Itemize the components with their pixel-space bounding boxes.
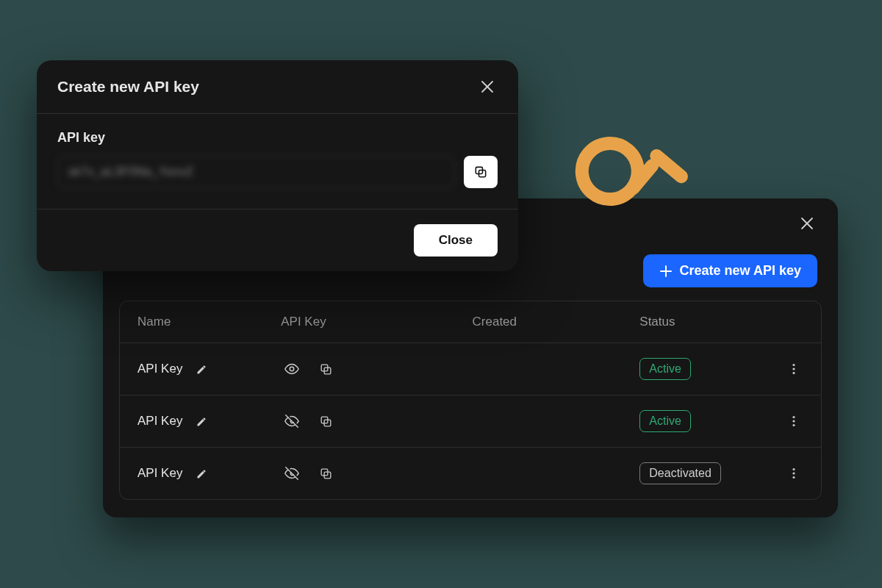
edit-icon[interactable] — [193, 412, 211, 431]
column-header-key: API Key — [281, 315, 472, 329]
svg-point-14 — [792, 424, 795, 426]
create-api-key-dialog: Create new API key API key sk7v_aL3F0Na_… — [37, 60, 518, 271]
svg-point-17 — [792, 468, 795, 470]
copy-icon[interactable] — [316, 464, 336, 484]
svg-rect-22 — [648, 146, 691, 186]
key-name: API Key — [137, 362, 182, 376]
svg-point-8 — [792, 368, 795, 370]
api-key-field-label: API key — [57, 130, 498, 146]
create-new-api-key-button[interactable]: Create new API key — [643, 254, 817, 287]
svg-point-13 — [792, 420, 795, 422]
eye-icon[interactable] — [281, 358, 303, 380]
more-icon[interactable] — [784, 412, 803, 431]
table-row: API Key Active — [120, 343, 821, 395]
key-name: API Key — [137, 414, 182, 429]
svg-point-12 — [792, 416, 795, 418]
copy-icon[interactable] — [316, 359, 336, 379]
copy-button[interactable] — [464, 156, 498, 188]
svg-point-7 — [792, 364, 795, 366]
column-header-created: Created — [473, 315, 640, 329]
create-button-label: Create new API key — [680, 263, 801, 279]
status-badge: Active — [639, 358, 691, 380]
close-icon[interactable] — [477, 76, 498, 97]
edit-icon[interactable] — [193, 465, 211, 483]
eye-off-icon[interactable] — [281, 462, 303, 484]
status-badge: Active — [639, 410, 691, 432]
svg-point-9 — [792, 372, 795, 374]
api-keys-table: Name API Key Created Status API Key — [119, 301, 822, 500]
column-header-status: Status — [639, 315, 759, 329]
eye-off-icon[interactable] — [281, 410, 303, 432]
close-button[interactable]: Close — [414, 224, 498, 257]
table-header-row: Name API Key Created Status — [120, 301, 821, 343]
svg-point-18 — [792, 472, 795, 474]
api-key-value[interactable]: sk7v_aL3F0Na_YonvZ — [57, 156, 455, 188]
key-name: API Key — [137, 466, 182, 481]
dialog-title: Create new API key — [57, 78, 199, 96]
table-row: API Key Deactivated — [120, 447, 821, 499]
more-icon[interactable] — [784, 464, 803, 483]
svg-point-4 — [290, 367, 294, 371]
more-icon[interactable] — [784, 359, 803, 379]
copy-icon[interactable] — [316, 412, 336, 431]
edit-icon[interactable] — [193, 360, 211, 379]
close-icon[interactable] — [797, 213, 817, 234]
svg-point-19 — [792, 476, 795, 478]
table-row: API Key Active — [120, 395, 821, 447]
status-badge: Deactivated — [639, 462, 721, 484]
svg-rect-21 — [624, 157, 662, 198]
column-header-name: Name — [137, 315, 281, 329]
